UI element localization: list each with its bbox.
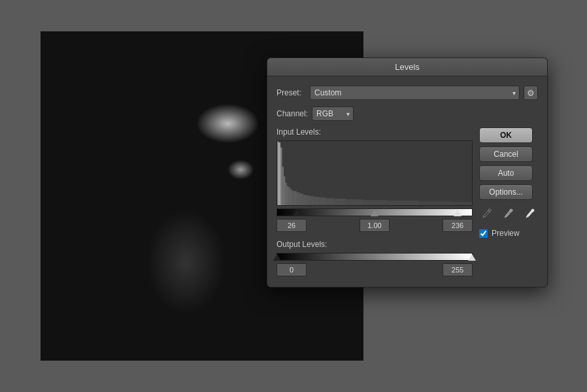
output-black-value[interactable] <box>277 263 307 276</box>
svg-point-28 <box>510 209 512 212</box>
svg-rect-3 <box>280 148 282 205</box>
gear-button[interactable]: ⚙ <box>524 86 538 100</box>
levels-dialog: Levels Preset: Custom Default Darker Inc… <box>267 57 548 287</box>
svg-rect-15 <box>307 195 310 205</box>
output-white-thumb[interactable] <box>468 254 476 261</box>
svg-point-27 <box>488 209 491 212</box>
svg-rect-8 <box>288 188 290 205</box>
options-button[interactable]: Options... <box>479 184 533 200</box>
svg-rect-25 <box>452 202 472 205</box>
input-white-thumb[interactable] <box>454 210 461 216</box>
main-content: Input Levels: <box>277 127 538 276</box>
svg-rect-9 <box>290 189 292 206</box>
svg-rect-24 <box>419 201 452 205</box>
channel-label: Channel: <box>277 109 308 118</box>
input-levels-label: Input Levels: <box>277 127 473 137</box>
histogram-container <box>277 140 473 206</box>
svg-rect-6 <box>285 183 286 205</box>
svg-rect-5 <box>284 176 285 205</box>
svg-rect-10 <box>292 190 293 205</box>
levels-right: OK Cancel Auto Options... <box>479 127 538 276</box>
svg-rect-16 <box>310 196 314 205</box>
output-white-value[interactable] <box>443 263 473 276</box>
svg-rect-12 <box>297 192 300 205</box>
svg-rect-26 <box>278 142 280 205</box>
svg-rect-20 <box>334 199 346 205</box>
input-black-value[interactable] <box>277 219 307 232</box>
preset-row: Preset: Custom Default Darker Increase C… <box>277 86 538 100</box>
input-black-thumb[interactable] <box>293 210 301 216</box>
channel-row: Channel: RGB Red Green Blue <box>277 106 538 121</box>
input-mid-thumb[interactable] <box>371 210 378 216</box>
svg-rect-18 <box>320 197 326 205</box>
gray-eyedropper-button[interactable] <box>501 206 517 223</box>
output-values-row <box>277 263 473 276</box>
auto-button[interactable]: Auto <box>479 165 533 181</box>
svg-rect-11 <box>294 191 297 205</box>
svg-rect-13 <box>300 193 303 205</box>
preset-select[interactable]: Custom Default Darker Increase Contrast … <box>310 86 520 100</box>
input-white-value[interactable] <box>443 219 473 232</box>
black-eyedropper-icon <box>481 208 493 220</box>
input-slider-track[interactable] <box>277 208 473 216</box>
preview-row: Preview <box>479 229 538 238</box>
eyedropper-row <box>479 206 538 223</box>
histogram-chart <box>277 141 472 205</box>
input-values-row <box>277 219 473 232</box>
svg-point-29 <box>531 209 534 212</box>
ok-button[interactable]: OK <box>479 127 533 143</box>
dialog-title: Levels <box>395 62 420 72</box>
channel-select[interactable]: RGB Red Green Blue <box>312 106 354 121</box>
black-eyedropper-button[interactable] <box>479 206 495 223</box>
svg-rect-23 <box>387 201 420 205</box>
svg-rect-14 <box>303 195 307 205</box>
preset-label: Preset: <box>277 88 306 97</box>
svg-rect-0 <box>277 141 472 205</box>
white-eyedropper-icon <box>524 208 536 220</box>
svg-rect-21 <box>346 199 363 205</box>
channel-select-wrapper: RGB Red Green Blue <box>312 106 354 121</box>
preview-checkbox[interactable] <box>479 229 488 238</box>
output-levels-label: Output Levels: <box>277 240 473 249</box>
svg-rect-4 <box>282 167 283 205</box>
output-slider-track[interactable] <box>277 253 473 261</box>
preview-label: Preview <box>492 229 520 238</box>
svg-rect-19 <box>326 198 334 205</box>
svg-rect-7 <box>287 186 288 205</box>
preset-select-wrapper: Custom Default Darker Increase Contrast … <box>310 86 520 100</box>
output-black-thumb[interactable] <box>273 254 281 261</box>
input-mid-value[interactable] <box>360 219 390 232</box>
gray-eyedropper-icon <box>503 208 514 220</box>
svg-rect-17 <box>314 197 319 205</box>
cancel-button[interactable]: Cancel <box>479 146 533 162</box>
svg-rect-22 <box>362 200 386 205</box>
dialog-titlebar: Levels <box>267 58 547 76</box>
levels-left: Input Levels: <box>277 127 473 276</box>
white-eyedropper-button[interactable] <box>522 206 538 223</box>
